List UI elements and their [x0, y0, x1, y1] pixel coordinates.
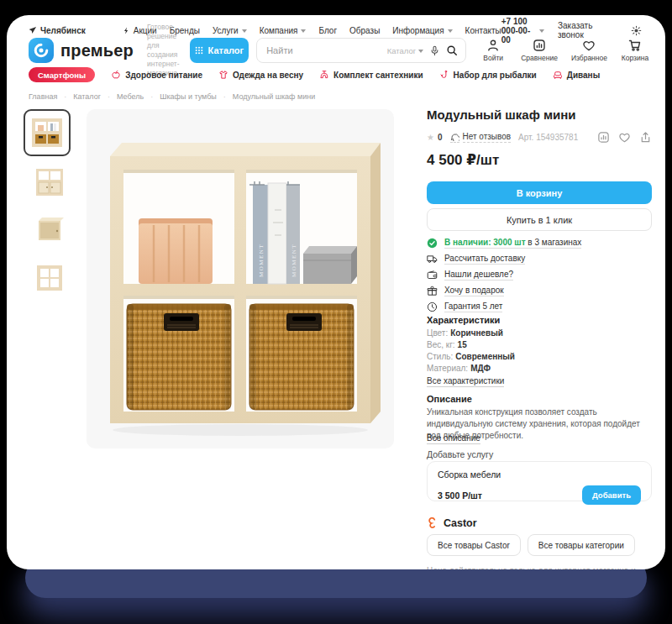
grid-icon	[195, 46, 203, 55]
stock-link[interactable]: В наличии: 3000 шт в 3 магазинах	[444, 238, 581, 249]
truck-icon	[427, 254, 438, 265]
spec-row-style: Стиль:Современный	[427, 352, 652, 361]
category-label: Здоровое питание	[125, 71, 202, 80]
description-heading: Описание	[427, 394, 652, 404]
all-specs-link[interactable]: Все характеристики	[427, 376, 504, 387]
breadcrumb-current: Модульный шкаф мини	[233, 92, 315, 101]
compare-button[interactable]: Сравнение	[521, 39, 558, 62]
search-box: Каталог	[256, 38, 466, 63]
heart-icon[interactable]	[618, 131, 631, 144]
breadcrumb-catalog[interactable]: Каталог	[73, 92, 101, 101]
spec-row-color: Цвет:Коричневый	[427, 328, 652, 338]
logo-text: премьер	[60, 41, 134, 60]
category-label: Диваны	[567, 71, 600, 80]
compare-icon[interactable]	[597, 131, 610, 144]
header: премьер Готовое решение для создания инт…	[29, 34, 647, 67]
reviews-link[interactable]: Нет отзывов	[450, 132, 512, 143]
breadcrumb-home[interactable]: Главная	[29, 92, 57, 101]
compare-icon	[533, 39, 546, 52]
check-circle-icon	[427, 238, 438, 249]
service-card: Сборка мебели 3 500 Р/шт Добавить	[427, 461, 652, 501]
search-scope-dropdown[interactable]: Каталог	[387, 46, 424, 55]
book-spine-text: MOMENT	[258, 244, 265, 277]
category-spring-clothes[interactable]: Одежда на весну	[218, 70, 303, 80]
spec-value: Современный	[455, 352, 515, 361]
delivery-link[interactable]: Рассчитать доставку	[444, 254, 525, 265]
product-price: 4 500 ₽/шт	[427, 151, 652, 169]
category-smartphones[interactable]: Смартфоны	[29, 67, 95, 82]
category-fishing-set[interactable]: Набор для рыбалки	[439, 70, 537, 80]
category-nav: Смартфоны Здоровое питание Одежда на вес…	[29, 66, 600, 83]
cart-button[interactable]: Корзина	[621, 39, 649, 62]
caret-down-icon	[301, 29, 306, 33]
catalog-button[interactable]: Каталог	[190, 38, 249, 63]
caret-down-icon	[418, 50, 423, 53]
category-plumbing-kit[interactable]: Комплект сантехники	[319, 70, 423, 80]
stock-row: В наличии: 3000 шт в 3 магазинах	[427, 238, 652, 249]
all-category-products-button[interactable]: Все товары категории	[528, 534, 635, 556]
caret-down-icon	[539, 29, 544, 33]
microphone-icon[interactable]	[429, 45, 440, 56]
warranty-link[interactable]: Гарантия 5 лет	[444, 302, 502, 312]
breadcrumb-separator: ·	[223, 92, 226, 101]
gift-link[interactable]: Хочу в подарок	[444, 286, 504, 296]
login-button[interactable]: Войти	[479, 39, 507, 62]
premier-logo-icon	[29, 38, 54, 63]
search-input[interactable]	[265, 45, 381, 56]
favorites-button[interactable]: Избранное	[571, 39, 607, 62]
wicker-basket-right	[249, 304, 354, 410]
share-icon[interactable]	[639, 131, 652, 144]
spec-row-weight: Вес, кг:15	[427, 340, 652, 349]
gift-row: Хочу в подарок	[427, 286, 652, 296]
sofa-icon	[553, 70, 563, 80]
spec-row-material: Материал:МДФ	[427, 364, 652, 373]
product-title: Модульный шкаф мини	[427, 107, 652, 122]
breadcrumb-cabinets[interactable]: Шкафы и тумбы	[160, 92, 217, 101]
spec-label: Вес, кг:	[427, 340, 455, 349]
search-icon[interactable]	[446, 45, 458, 56]
all-brand-products-button[interactable]: Все товары Castor	[427, 534, 521, 556]
thumbnail-3[interactable]	[30, 211, 69, 249]
thumbnail-1-selected[interactable]	[24, 109, 71, 156]
book-spine-text: MOMENT	[291, 244, 297, 277]
rating-value: 0	[438, 133, 443, 142]
breadcrumb-furniture[interactable]: Мебель	[117, 92, 144, 101]
stock-stores: в 3 магазинах	[528, 238, 581, 247]
search-scope-label: Каталог	[387, 46, 417, 55]
chat-bubble-icon	[450, 132, 459, 143]
apple-icon	[111, 70, 121, 80]
add-to-cart-button[interactable]: В корзину	[427, 181, 652, 204]
category-healthy-food[interactable]: Здоровое питание	[111, 70, 202, 80]
compare-label: Сравнение	[521, 54, 558, 62]
wicker-basket-left	[127, 304, 231, 410]
warranty-row: Гарантия 5 лет	[427, 302, 652, 312]
gift-icon	[427, 286, 438, 296]
all-description-link[interactable]: Все описание	[427, 433, 480, 444]
category-sofas[interactable]: Диваны	[553, 70, 600, 80]
thumbnail-4[interactable]	[30, 259, 69, 297]
service-name: Сборка мебели	[438, 469, 641, 480]
brand-link[interactable]: Castor	[427, 517, 652, 529]
product-info: Модульный шкаф мини ★ 0 Нет отзывов Арт.…	[427, 107, 652, 569]
cart-label: Корзина	[622, 54, 648, 62]
cheaper-row: Нашли дешевле?	[427, 270, 652, 281]
category-label: Комплект сантехники	[333, 71, 423, 80]
add-service-button[interactable]: Добавить	[582, 485, 641, 505]
spec-label: Материал:	[427, 364, 468, 373]
page-card: Челябинск Акции Бренды Услуги Компания Б…	[7, 15, 665, 569]
found-cheaper-link[interactable]: Нашли дешевле?	[444, 270, 513, 281]
service-heading: Добавьте услугу	[427, 449, 652, 459]
product-sku: Арт. 154935781	[518, 133, 578, 142]
category-label: Набор для рыбалки	[454, 71, 537, 80]
heart-icon	[582, 39, 596, 52]
product-quick-actions	[597, 131, 652, 144]
user-icon	[486, 39, 500, 52]
product-image[interactable]: MOMENT MOMENT	[87, 109, 394, 448]
logo[interactable]: премьер	[29, 38, 134, 63]
specs-heading: Характеристики	[427, 315, 652, 325]
thumbnail-2[interactable]	[30, 163, 69, 202]
brand-name: Castor	[444, 517, 477, 529]
buy-one-click-button[interactable]: Купить в 1 клик	[427, 208, 652, 231]
breadcrumb-separator: ·	[64, 92, 66, 101]
spec-value: 15	[458, 340, 467, 349]
